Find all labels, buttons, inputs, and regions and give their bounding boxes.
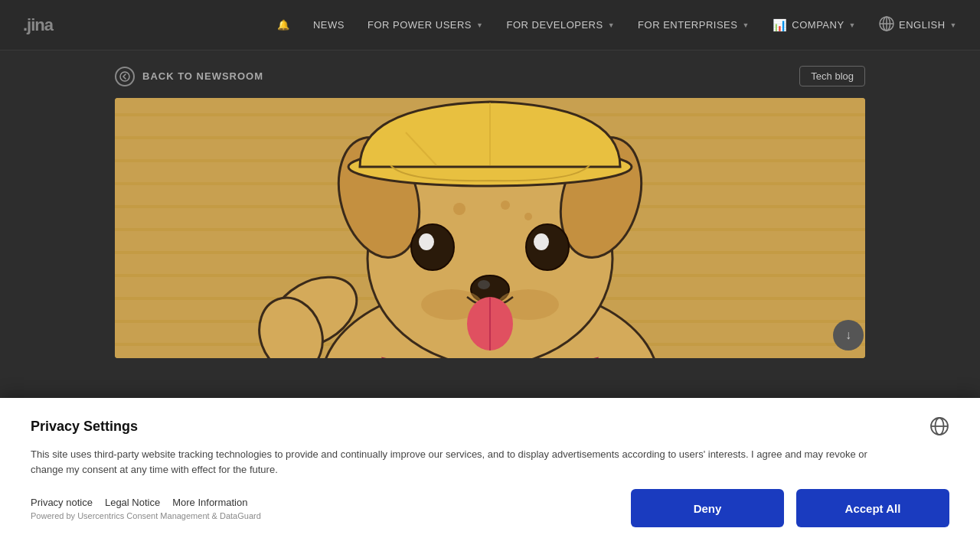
chevron-down-icon-3: ▼ [742, 21, 749, 29]
scroll-down-button[interactable]: ↓ [833, 320, 864, 350]
more-information-link[interactable]: More Information [172, 497, 247, 508]
notification-bell[interactable]: 🔔 [277, 19, 290, 31]
privacy-settings-title: Privacy Settings [31, 419, 138, 435]
nav: 🔔 NEWS FOR POWER USERS ▼ FOR DEVELOPERS … [277, 16, 957, 34]
privacy-buttons: Deny Accept All [631, 489, 949, 527]
svg-point-28 [524, 213, 532, 220]
globe-nav-icon [879, 16, 894, 34]
nav-developers-label: FOR DEVELOPERS [506, 19, 603, 31]
svg-point-32 [534, 233, 549, 250]
back-to-newsroom-link[interactable]: BACK TO NEWSROOM [115, 67, 263, 86]
nav-news-label: NEWS [313, 19, 345, 31]
legal-notice-link[interactable]: Legal Notice [105, 497, 160, 508]
logo[interactable]: .jina [23, 15, 53, 35]
privacy-links-row: Privacy notice Legal Notice More Informa… [31, 497, 261, 508]
nav-language-label: English [899, 19, 946, 31]
accept-all-button[interactable]: Accept All [796, 489, 949, 527]
svg-point-29 [411, 224, 454, 270]
nav-language[interactable]: English ▼ [879, 16, 957, 34]
privacy-body-text: This site uses third-party website track… [31, 447, 873, 477]
nav-developers[interactable]: FOR DEVELOPERS ▼ [506, 19, 615, 31]
svg-point-26 [453, 203, 466, 215]
bell-icon: 🔔 [277, 19, 290, 31]
privacy-header: Privacy Settings [31, 416, 949, 436]
privacy-settings-panel: Privacy Settings This site uses third-pa… [0, 398, 980, 551]
back-bar: BACK TO NEWSROOM Tech blog [0, 51, 980, 98]
arrow-down-icon: ↓ [845, 328, 851, 342]
nav-company-label: COMPANY [792, 19, 844, 31]
globe-settings-icon[interactable] [929, 416, 949, 436]
nav-enterprises[interactable]: FOR ENTERPRISES ▼ [638, 19, 750, 31]
nav-power-users-label: FOR POWER USERS [368, 19, 472, 31]
chevron-down-icon: ▼ [476, 21, 483, 29]
svg-point-30 [419, 233, 434, 250]
nav-power-users[interactable]: FOR POWER USERS ▼ [368, 19, 484, 31]
privacy-links-section: Privacy notice Legal Notice More Informa… [31, 497, 261, 520]
deny-button[interactable]: Deny [631, 489, 784, 527]
privacy-notice-link[interactable]: Privacy notice [31, 497, 93, 508]
svg-point-31 [526, 224, 569, 270]
svg-point-4 [120, 72, 129, 81]
nav-news[interactable]: NEWS [313, 19, 345, 31]
dog-illustration [115, 98, 865, 358]
privacy-footer: Privacy notice Legal Notice More Informa… [31, 489, 949, 527]
chevron-down-icon-4: ▼ [849, 21, 856, 29]
powered-by-text: Powered by Usercentrics Consent Manageme… [31, 511, 261, 520]
tech-blog-badge[interactable]: Tech blog [799, 66, 865, 86]
header: .jina 🔔 NEWS FOR POWER USERS ▼ FOR DEVEL… [0, 0, 980, 51]
bar-chart-icon: 📊 [773, 18, 788, 32]
back-label: BACK TO NEWSROOM [142, 70, 263, 82]
svg-point-27 [501, 201, 510, 210]
chevron-down-icon-5: ▼ [950, 21, 957, 29]
nav-enterprises-label: FOR ENTERPRISES [638, 19, 737, 31]
chevron-down-icon-2: ▼ [608, 21, 615, 29]
svg-point-34 [478, 280, 490, 289]
hero-image [115, 98, 865, 358]
back-circle-icon [115, 67, 135, 86]
nav-company[interactable]: 📊 COMPANY ▼ [773, 18, 856, 32]
